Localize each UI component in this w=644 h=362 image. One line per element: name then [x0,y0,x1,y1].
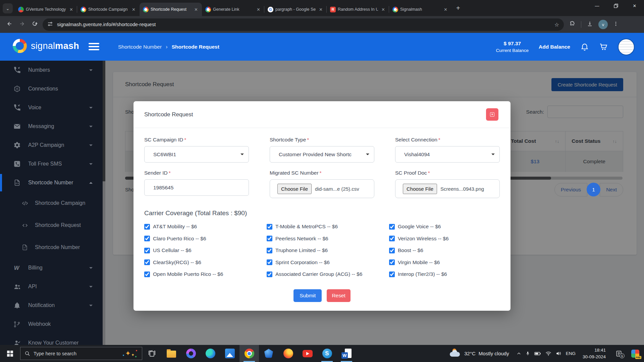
bookmark-star-icon[interactable]: ☆ [554,21,559,28]
carrier-checkbox[interactable]: Open Mobile Puerto Rico -- $6 [144,270,258,278]
tab-google-search[interactable]: G pargraph - Google Se ✕ [264,3,327,16]
taskbar-search-box[interactable]: Type here to search ✦✦ [20,347,142,360]
carrier-checkbox[interactable]: US Cellular -- $6 [144,247,258,254]
checkbox[interactable] [389,259,395,265]
skype-button[interactable]: S [317,345,337,362]
weather-widget[interactable]: 32°C Mostly cloudy [450,349,509,358]
tab-search-button[interactable]: ⌄ [3,3,13,13]
blue-app-button[interactable] [259,345,278,362]
checkbox[interactable] [389,248,395,253]
sidebar-subitem-shortcode-campaign[interactable]: Shortcode Campaign [0,192,103,214]
carrier-checkbox[interactable]: Interop (Tier2/3) -- $6 [389,270,500,278]
forward-icon[interactable] [19,20,25,29]
sidebar-item-know-your-customer[interactable]: Know Your Customer [0,334,103,345]
microphone-icon[interactable] [526,351,530,356]
reload-icon[interactable] [32,20,38,28]
window-close-button[interactable]: ✕ [625,0,644,11]
tab-gventure[interactable]: GVenture Technology ✕ [15,3,77,16]
signalmash-logo[interactable]: signalmash [13,39,79,53]
extensions-icon[interactable] [569,21,576,28]
checkbox[interactable] [267,259,272,265]
sidebar-item-numbers[interactable]: Numbers [0,61,103,79]
carrier-checkbox[interactable]: Verizon Wireless -- $6 [389,235,500,242]
file-explorer-button[interactable] [162,345,181,362]
tab-close-icon[interactable]: ✕ [255,7,262,12]
carrier-checkbox[interactable]: Virgin Mobile -- $6 [389,259,500,266]
photos-button[interactable] [220,345,239,362]
task-view-button[interactable] [142,345,162,362]
copilot-sparkle-icon[interactable]: ✦✦ [122,349,138,359]
tab-signalmash[interactable]: Signalmash ✕ [389,3,451,16]
reset-button[interactable]: Reset [327,289,351,302]
start-button[interactable] [0,345,20,362]
checkbox[interactable] [389,272,395,277]
window-maximize-button[interactable] [606,0,625,11]
tab-close-icon[interactable]: ✕ [130,7,137,12]
shortcode-type-select[interactable]: Customer Provided New Shortc [270,146,374,163]
new-tab-button[interactable]: + [456,4,460,12]
edge-button[interactable] [201,345,220,362]
carrier-checkbox[interactable]: Truphone Limited -- $6 [267,247,381,254]
checkbox[interactable] [144,248,150,253]
checkbox[interactable] [267,248,272,253]
select-connection-select[interactable]: Vishal4094 [395,146,500,163]
carrier-checkbox[interactable]: Claro Puerto Rico -- $6 [144,235,258,242]
tab-close-icon[interactable]: ✕ [318,7,324,12]
checkbox[interactable] [144,236,150,241]
checkbox[interactable] [144,224,150,230]
carrier-checkbox[interactable]: Associated Carrier Group (ACG) -- $6 [267,270,381,278]
sender-id-input[interactable]: 1985645 [144,179,249,196]
word-button[interactable]: W [337,345,356,362]
volume-icon[interactable] [556,351,561,356]
tray-expand-icon[interactable] [517,351,521,356]
wifi-icon[interactable] [545,351,551,356]
migrated-sc-number-file-input[interactable]: Choose File did-sam...e (25).csv [270,179,374,198]
sc-proof-doc-file-input[interactable]: Choose File Screens...0943.png [395,179,500,198]
chrome-button[interactable] [239,345,259,362]
carrier-checkbox[interactable]: Boost -- $6 [389,247,500,254]
checkbox[interactable] [144,259,150,265]
checkbox[interactable] [144,272,150,277]
sidebar-item-shortcode-number[interactable]: Shortcode Number [0,173,103,192]
checkbox[interactable] [267,272,272,277]
modal-close-button[interactable]: ✕ [486,108,498,121]
carrier-checkbox[interactable]: Google Voice -- $6 [389,223,500,230]
notifications-bell-icon[interactable] [580,43,589,51]
browser-menu-icon[interactable] [613,21,619,28]
browser-profile-avatar[interactable]: v [598,20,608,29]
language-indicator[interactable]: ENG [566,351,576,356]
sidebar-toggle-icon[interactable] [89,43,99,52]
youtube-button[interactable] [298,345,317,362]
sidebar-item-a2p-campaign[interactable]: A2P Campaign [0,136,103,155]
checkbox[interactable] [267,224,272,230]
site-settings-icon[interactable] [47,21,53,28]
tab-close-icon[interactable]: ✕ [380,7,386,12]
firefox-button[interactable] [278,345,298,362]
pagination-page-1[interactable]: 1 [587,183,600,196]
breadcrumb-section[interactable]: Shortcode Number [118,44,162,50]
downloads-icon[interactable] [587,21,593,28]
designer-app-button[interactable] [181,345,201,362]
url-bar[interactable]: signalmash.gventure.info/#/shortcode-req… [43,18,564,31]
cart-icon[interactable] [599,43,608,51]
back-icon[interactable] [6,20,13,29]
sidebar-item-webhook[interactable]: Webhook [0,315,103,334]
copilot-preview-icon[interactable]: PRE [631,350,639,358]
window-minimize-button[interactable]: — [588,0,606,11]
action-center-button[interactable]: 1 [615,350,622,357]
checkbox[interactable] [389,236,395,241]
battery-icon[interactable] [534,351,541,356]
carrier-checkbox[interactable]: T-Mobile & MetroPCS -- $6 [267,223,381,230]
carrier-checkbox[interactable]: Peerless Network -- $6 [267,235,381,242]
sidebar-subitem-shortcode-request[interactable]: Shortcode Request [0,214,103,236]
sidebar-item-connections[interactable]: Connections [0,79,103,98]
tab-random-address[interactable]: R Random Address In U ✕ [327,3,389,16]
tab-close-icon[interactable]: ✕ [442,7,449,12]
sidebar-item-notification[interactable]: Notification [0,296,103,315]
tab-shortcode-request-active[interactable]: Shortcode Request ✕ [140,3,202,16]
tab-close-icon[interactable]: ✕ [68,7,74,12]
url-text[interactable]: signalmash.gventure.info/#/shortcode-req… [57,22,554,27]
add-balance-button[interactable]: Add Balance [539,44,570,50]
tab-shortcode-campaign[interactable]: Shortcode Campaign ✕ [77,3,140,16]
carrier-checkbox[interactable]: Sprint Corporation -- $6 [267,259,381,266]
